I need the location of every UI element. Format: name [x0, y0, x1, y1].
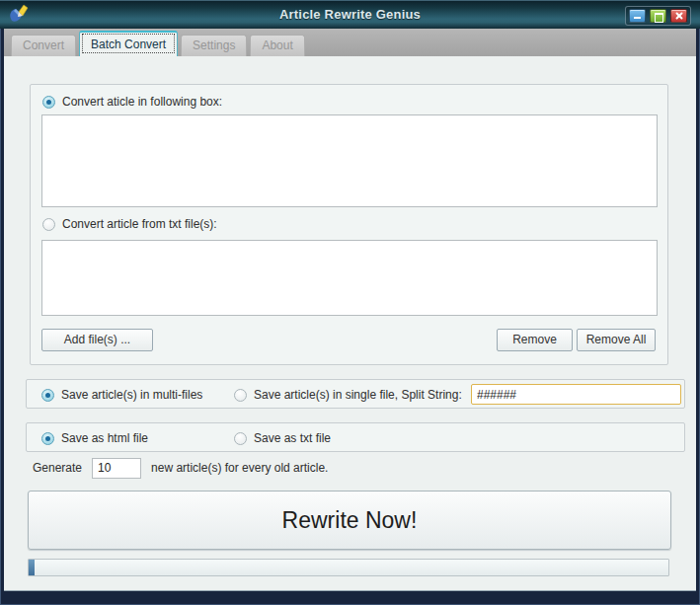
main-panel: Convert aticle in following box: Convert… — [4, 56, 696, 591]
app-window: Article Rewrite Genius Convert Batch Con… — [0, 0, 700, 605]
single-file-label: Save article(s) in single file, Split St… — [254, 388, 462, 402]
article-textarea[interactable] — [41, 114, 658, 207]
generate-label: Generate — [33, 461, 82, 475]
file-list[interactable] — [41, 240, 658, 316]
tab-strip: Convert Batch Convert Settings About — [4, 29, 696, 56]
maximize-button[interactable] — [650, 9, 666, 23]
remove-button[interactable]: Remove — [497, 329, 573, 351]
minimize-icon — [630, 10, 645, 22]
article-count-input[interactable] — [92, 458, 141, 479]
radio-convert-box[interactable] — [42, 96, 55, 109]
save-mode-group: Save article(s) in multi-files Save arti… — [26, 379, 685, 409]
tab-settings[interactable]: Settings — [181, 35, 247, 56]
window-controls — [625, 6, 691, 26]
single-file-option-row: Save article(s) in single file, Split St… — [234, 380, 462, 410]
save-txt-label: Save as txt file — [254, 431, 331, 445]
minimize-button[interactable] — [629, 9, 646, 23]
close-icon — [671, 10, 686, 22]
tab-convert[interactable]: Convert — [11, 35, 76, 56]
format-group: Save as html file Save as txt file — [26, 422, 685, 452]
tab-batch-convert[interactable]: Batch Convert — [79, 31, 178, 56]
tab-about[interactable]: About — [250, 35, 304, 56]
remove-all-button[interactable]: Remove All — [577, 329, 656, 351]
radio-save-html[interactable] — [41, 432, 54, 445]
source-group: Convert aticle in following box: Convert… — [30, 84, 668, 365]
title-bar[interactable]: Article Rewrite Genius — [0, 0, 700, 29]
split-string-input[interactable] — [471, 384, 681, 405]
close-button[interactable] — [670, 9, 687, 23]
save-html-label: Save as html file — [61, 431, 148, 445]
window-title: Article Rewrite Genius — [0, 0, 700, 29]
convert-files-label: Convert article from txt file(s): — [62, 217, 217, 231]
generate-row: Generate new article(s) for every old ar… — [33, 455, 328, 481]
radio-save-txt[interactable] — [234, 432, 247, 445]
generate-suffix-label: new article(s) for every old article. — [151, 461, 328, 475]
progress-fill — [29, 560, 35, 575]
save-txt-option-row: Save as txt file — [234, 423, 331, 453]
progress-bar — [28, 559, 669, 576]
convert-box-option-row: Convert aticle in following box: — [42, 95, 222, 109]
convert-files-option-row: Convert article from txt file(s): — [42, 217, 217, 231]
radio-convert-files[interactable] — [42, 218, 55, 231]
convert-box-label: Convert aticle in following box: — [62, 95, 222, 109]
multi-files-label: Save article(s) in multi-files — [61, 388, 202, 402]
multi-files-option-row: Save article(s) in multi-files — [41, 380, 202, 410]
rewrite-now-button[interactable]: Rewrite Now! — [28, 491, 671, 550]
radio-single-file[interactable] — [234, 389, 247, 402]
add-files-button[interactable]: Add file(s) ... — [41, 329, 153, 351]
maximize-icon — [651, 10, 665, 22]
radio-multi-files[interactable] — [41, 389, 54, 402]
save-html-option-row: Save as html file — [41, 423, 148, 453]
